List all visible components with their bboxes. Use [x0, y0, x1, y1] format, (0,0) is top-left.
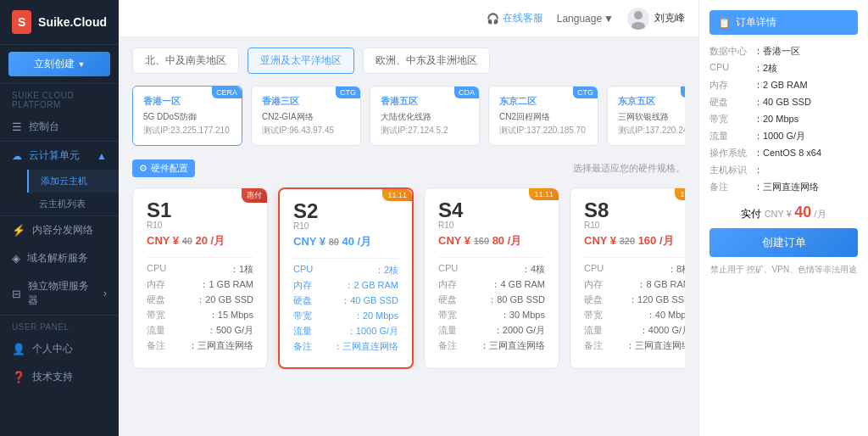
server-desc: 大陆优化线路 [381, 111, 469, 123]
plan-spec-traffic: 流量：1000 G/月 [293, 325, 398, 338]
sidebar-item-label: 个人中心 [32, 342, 73, 356]
badge-cda: CDA [454, 87, 479, 98]
server-desc: 三网软银线路 [618, 111, 685, 123]
plan-badge-s2: 11.11 [382, 189, 412, 201]
language-selector[interactable]: Language ▼ [557, 13, 614, 25]
server-ip: 测试IP:137.220.185.70 [499, 125, 587, 137]
price-amount: 40 [794, 204, 811, 221]
plan-card-s1[interactable]: 惠付 S1 R10 CNY ¥ 40 20 /月 CPU：1核 内存：1 GB … [132, 187, 268, 369]
sidebar-item-label: 技术支持 [32, 370, 73, 384]
sidebar-item-add-vm[interactable]: 添加云主机 [27, 170, 119, 193]
main-content: 🎧 在线客服 Language ▼ 刘克峰 北、中及南美地区 亚洲及太平洋地区 … [119, 0, 698, 436]
panel-row-bandwidth: 带宽 ：20 Mbps [709, 113, 858, 126]
logo: S Suike.Cloud [0, 0, 119, 45]
disk-value: ：40 GB SSD [754, 96, 858, 109]
badge-ctg: CTG [336, 87, 360, 98]
plan-spec-cpu: CPU：8核 [584, 263, 685, 276]
server-name: 东京五区 [618, 95, 685, 108]
sidebar-group-dashboard: ☰ 控制台 [0, 113, 119, 142]
online-service[interactable]: 🎧 在线客服 [487, 11, 543, 25]
plan-spec-disk: 硬盘：40 GB SSD [293, 294, 398, 307]
cpu-value: ：2核 [754, 62, 858, 75]
sidebar-group-cdn: ⚡ 内容分发网络 ◈ 域名解析服务 ⊟ 独立物理服务器 › [0, 216, 119, 316]
plan-spec-bw: 带宽：40 Mbps [584, 309, 685, 321]
plan-name: S8 [584, 200, 685, 221]
user-menu[interactable]: 刘克峰 [627, 8, 685, 30]
panel-row-datacenter: 数据中心 ：香港一区 [709, 45, 858, 58]
note-label: 备注 [709, 181, 754, 193]
service-label: 在线客服 [503, 11, 543, 25]
plan-spec-net: 备注：三网直连网络 [438, 339, 545, 352]
language-label: Language [557, 13, 602, 25]
price-currency: CNY ¥ [765, 209, 792, 219]
plan-spec-net: 备注：三网直连网络 [293, 340, 398, 353]
plan-card-s2[interactable]: 11.11 S2 R10 CNY ¥ 80 40 /月 CPU：2核 内存：2 … [278, 187, 414, 369]
panel-row-os: 操作系统 ：CentOS 8 x64 [709, 147, 858, 159]
price-label: 实付 [741, 208, 761, 220]
sidebar-item-label: 控制台 [29, 120, 59, 134]
create-order-button[interactable]: 创建订单 [709, 228, 858, 257]
bandwidth-value: ：20 Mbps [754, 113, 858, 126]
plan-spec-ram: 内存：8 GB RAM [584, 278, 685, 291]
cdn-icon: ⚡ [12, 224, 25, 237]
sidebar-item-dedicated[interactable]: ⊟ 独立物理服务器 › [0, 272, 119, 315]
badge-cera: CERA [212, 87, 242, 98]
traffic-label: 流量 [709, 130, 754, 143]
plan-tier: R10 [438, 221, 545, 230]
sidebar-item-vm-list[interactable]: 云主机列表 [27, 193, 119, 215]
plan-name: S1 [147, 200, 253, 221]
server-cards: CERA 香港一区 5G DDoS防御 测试IP:23.225.177.210 … [132, 86, 685, 146]
server-card-tokyo5[interactable]: Softbank 东京五区 三网软银线路 测试IP:137.220.244.2 [607, 86, 685, 146]
sidebar-item-label: 独立物理服务器 [28, 279, 97, 308]
badge-softbank: Softbank [681, 87, 685, 98]
plan-name: S4 [438, 200, 545, 221]
sidebar-group-compute: ☁ 云计算单元 ▲ 添加云主机 云主机列表 [0, 142, 119, 216]
create-button[interactable]: 立刻创建 ▼ [8, 52, 110, 76]
server-card-tokyo2[interactable]: CTG 东京二区 CN2回程网络 测试IP:137.220.185.70 [488, 86, 598, 146]
disk-label: 硬盘 [709, 96, 754, 109]
server-ip: 测试IP:27.124.5.2 [381, 125, 469, 137]
panel-header-label: 订单详情 [736, 15, 776, 30]
server-ip: 测试IP:23.225.177.210 [143, 125, 231, 137]
sidebar-item-profile[interactable]: 👤 个人中心 [0, 335, 119, 363]
plan-badge-s4: 11.11 [529, 188, 559, 200]
dns-icon: ◈ [12, 252, 20, 265]
sidebar-item-cdn[interactable]: ⚡ 内容分发网络 [0, 216, 119, 244]
dashboard-icon: ☰ [12, 120, 22, 133]
plan-spec-cpu: CPU：1核 [147, 263, 253, 276]
plan-badge-s1: 惠付 [242, 188, 267, 203]
plan-spec-traffic: 流量：500 G/月 [147, 324, 253, 337]
os-value: ：CentOS 8 x64 [754, 147, 858, 159]
avatar [627, 8, 649, 30]
hardware-section-header: ⚙ 硬件配置 选择最适应您的硬件规格。 [132, 159, 685, 177]
plan-spec-cpu: CPU：4核 [438, 263, 545, 276]
sidebar-item-dashboard[interactable]: ☰ 控制台 [0, 113, 119, 141]
server-card-hk5[interactable]: CDA 香港五区 大陆优化线路 测试IP:27.124.5.2 [370, 86, 480, 146]
sidebar-item-dns[interactable]: ◈ 域名解析服务 [0, 244, 119, 272]
region-tab-apac[interactable]: 亚洲及太平洋地区 [248, 48, 354, 74]
plan-card-s4[interactable]: 11.11 S4 R10 CNY ¥ 160 80 /月 CPU：4核 内存：4… [424, 187, 559, 369]
panel-row-traffic: 流量 ：1000 G/月 [709, 130, 858, 143]
region-tab-europe[interactable]: 欧洲、中东及非洲地区 [363, 48, 490, 74]
plan-spec-ram: 内存：1 GB RAM [147, 278, 253, 291]
region-tab-americas[interactable]: 北、中及南美地区 [132, 48, 239, 74]
server-ip: 测试IP:96.43.97.45 [262, 125, 350, 137]
plan-spec-net: 备注：三网直连网络 [147, 339, 253, 352]
plan-tier: R10 [147, 221, 253, 230]
server-ip: 测试IP:137.220.244.2 [618, 125, 685, 137]
logo-icon: S [12, 10, 31, 34]
sidebar-item-support[interactable]: ❓ 技术支持 [0, 363, 119, 391]
server-card-hk1[interactable]: CERA 香港一区 5G DDoS防御 测试IP:23.225.177.210 [132, 86, 242, 146]
server-desc: CN2-GIA网络 [262, 111, 350, 123]
panel-row-disk: 硬盘 ：40 GB SSD [709, 96, 858, 109]
plan-spec-cpu: CPU：2核 [293, 264, 398, 277]
price-period: /月 [815, 209, 826, 219]
page-content: 北、中及南美地区 亚洲及太平洋地区 欧洲、中东及非洲地区 CERA 香港一区 5… [119, 37, 698, 379]
create-label: 立刻创建 [34, 57, 75, 71]
sidebar-item-compute[interactable]: ☁ 云计算单元 ▲ [0, 142, 119, 170]
plan-spec-disk: 硬盘：20 GB SSD [147, 293, 253, 306]
plan-card-s8[interactable]: 11.11 S8 R10 CNY ¥ 320 160 /月 CPU：8核 内存：… [570, 187, 685, 369]
server-card-hk3[interactable]: CTG 香港三区 CN2-GIA网络 测试IP:96.43.97.45 [251, 86, 361, 146]
sidebar-item-label: 云主机列表 [39, 198, 86, 210]
hardware-label: ⚙ 硬件配置 [132, 159, 195, 177]
